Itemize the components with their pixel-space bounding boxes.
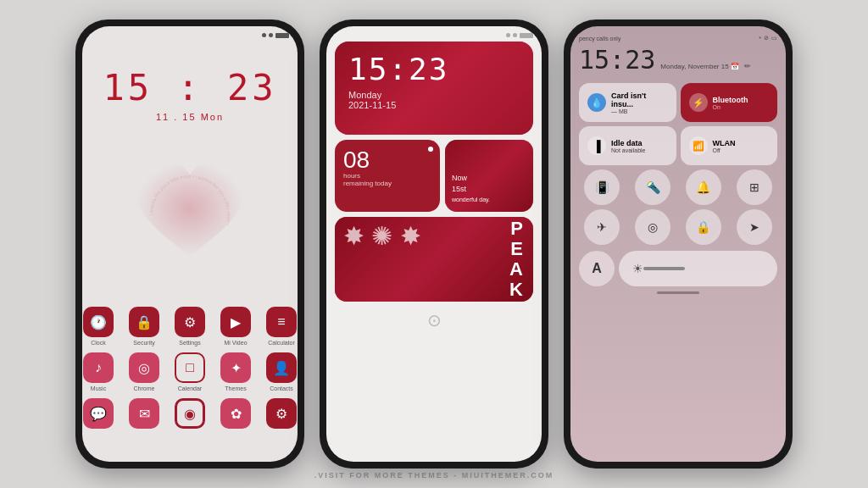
fireworks-widget[interactable]: ✸ ✺ ✸ PEAK — [335, 217, 533, 302]
app-row-2: ♪ Music ◎ Chrome □ Calendar ✦ Themes 👤 — [83, 352, 297, 391]
phone3-status-bar: pency calls only * ⊘ ▭ — [579, 35, 777, 42]
phone-3: pency calls only * ⊘ ▭ 15:23 Monday, Nov… — [564, 19, 793, 469]
location-button[interactable]: ➤ — [737, 209, 772, 245]
app-flower[interactable]: ✿ — [220, 398, 251, 429]
app-calendar[interactable]: □ Calendar — [175, 352, 205, 391]
home-indicator[interactable] — [657, 291, 699, 294]
bluetooth-status-icon: * — [759, 36, 761, 42]
app-label: Calendar — [178, 385, 202, 391]
phone1-screen: 15 : 23 11 . 15 Mon i wanna like you a l… — [82, 26, 298, 462]
water-drop-icon: 💧 — [587, 93, 606, 112]
brightness-track — [643, 267, 685, 270]
app-contacts[interactable]: 👤 Contacts — [266, 352, 297, 391]
calendar-icon: □ — [175, 352, 205, 383]
app-mail[interactable]: ✉ — [129, 398, 159, 429]
now-widget[interactable]: Now 15st wonderful day. — [445, 140, 533, 212]
app-label: Chrome — [134, 385, 155, 391]
music-icon: ♪ — [83, 352, 114, 383]
card-tile[interactable]: 💧 Card isn't insu... — MB — [579, 83, 676, 122]
hours-widget[interactable]: 08 hours remaining today — [335, 140, 440, 212]
phone3-date: Monday, November 15 📅 — [660, 62, 739, 71]
app-label: Themes — [225, 385, 246, 391]
app-label: Contacts — [270, 385, 293, 391]
phone2-screen: 15:23 Monday 2021-11-15 08 hours remaini… — [326, 26, 542, 462]
bluetooth-tile[interactable]: ⚡ Bluetooth On — [681, 83, 778, 122]
contacts-icon: 👤 — [266, 352, 297, 383]
fireworks-decoration: ✸ ✺ ✸ — [343, 221, 421, 251]
chrome-icon: ◎ — [129, 352, 159, 383]
control-row-2: ▐ Idle data Not available 📶 WLAN Off — [579, 126, 777, 165]
app-msg[interactable]: 💬 — [83, 398, 114, 429]
phone3-clock-row: 15:23 Monday, November 15 📅 ✏ — [579, 45, 777, 75]
status-icon — [513, 33, 517, 37]
widget-time: 15:23 — [348, 52, 520, 86]
app-clock[interactable]: 🕐 Clock — [83, 307, 114, 346]
camera-icon: ◉ — [175, 398, 205, 429]
battery-icon — [275, 33, 289, 38]
hours-label: hours remaining today — [343, 172, 431, 187]
widget-middle-row: 08 hours remaining today Now 15st wonder… — [335, 140, 533, 212]
mail-icon: ✉ — [129, 398, 159, 429]
wlan-tile-text: WLAN Off — [713, 139, 736, 153]
wifi-icon: 📶 — [689, 136, 708, 155]
phone3-screen: pency calls only * ⊘ ▭ 15:23 Monday, Nov… — [570, 26, 786, 462]
flower-icon: ✿ — [220, 398, 251, 429]
status-icon — [262, 33, 266, 37]
icon-row-1: 📳 🔦 🔔 ⊞ — [579, 169, 777, 205]
font-size-button[interactable]: A — [579, 251, 615, 286]
phone3-time: 15:23 — [579, 45, 655, 75]
message-icon: 💬 — [83, 398, 114, 429]
wlan-tile[interactable]: 📶 WLAN Off — [681, 126, 778, 165]
signal-icon: ▐ — [587, 136, 606, 155]
app-themes[interactable]: ✦ Themes — [220, 352, 251, 391]
cast-button[interactable]: ⊞ — [737, 169, 772, 205]
app-grid: 🕐 Clock 🔒 Security ⚙ Settings ▶ Mi Video… — [82, 307, 298, 429]
bluetooth-icon: ⚡ — [689, 93, 708, 112]
calendar-icon-small: 📅 — [731, 63, 739, 70]
status-icon — [506, 33, 510, 37]
app-camera[interactable]: ◉ — [175, 398, 205, 429]
heart-widget: i wanna like you a little more • i wanna… — [114, 139, 266, 291]
privacy-button[interactable]: ◎ — [635, 209, 670, 245]
fingerprint-icon[interactable]: ⊙ — [335, 310, 533, 330]
peak-text: PEAK — [509, 219, 523, 301]
card-tile-text: Card isn't insu... — MB — [611, 92, 668, 114]
edit-icon[interactable]: ✏ — [744, 62, 751, 70]
app-label: Clock — [91, 340, 106, 346]
security-icon: 🔒 — [129, 307, 159, 337]
vibrate-button[interactable]: 📳 — [584, 169, 620, 205]
widget-day: Monday — [348, 90, 520, 100]
app-calculator[interactable]: ≡ Calculator — [266, 307, 297, 346]
app-security[interactable]: 🔒 Security — [129, 307, 159, 346]
widgets-container: 15:23 Monday 2021-11-15 08 hours remaini… — [326, 26, 542, 462]
data-tile-text: Idle data Not available — [611, 139, 645, 153]
clock-widget-2[interactable]: 15:23 Monday 2021-11-15 — [335, 42, 533, 135]
battery-icon — [520, 33, 533, 38]
flashlight-button[interactable]: 🔦 — [635, 169, 670, 205]
clock-time: 15 : 23 — [103, 67, 276, 108]
phone-2: 15:23 Monday 2021-11-15 08 hours remaini… — [320, 19, 548, 469]
app-row-3: 💬 ✉ ◉ ✿ ⚙ — [83, 398, 297, 429]
app-mivideo[interactable]: ▶ Mi Video — [220, 307, 251, 346]
app-settings[interactable]: ⚙ Settings — [175, 307, 205, 346]
calc-icon: ≡ — [266, 307, 297, 337]
bell-button[interactable]: 🔔 — [686, 169, 721, 205]
airplane-button[interactable]: ✈ — [584, 209, 620, 245]
video-icon: ▶ — [220, 307, 251, 337]
app-label: Security — [133, 340, 154, 346]
icon-row-2: ✈ ◎ 🔒 ➤ — [579, 209, 777, 245]
app-music[interactable]: ♪ Music — [83, 352, 114, 391]
bluetooth-tile-text: Bluetooth On — [713, 96, 748, 110]
dot-indicator — [428, 147, 433, 152]
app-chrome[interactable]: ◎ Chrome — [129, 352, 159, 391]
app-label: Mi Video — [224, 340, 247, 346]
app-misc[interactable]: ⚙ — [266, 398, 297, 429]
wifi-status-icon: ⊘ — [764, 35, 769, 42]
brightness-slider[interactable]: ☀ — [619, 251, 777, 286]
control-row-1: 💧 Card isn't insu... — MB ⚡ Bluetooth On — [579, 83, 777, 122]
data-tile[interactable]: ▐ Idle data Not available — [579, 126, 676, 165]
app-label: Music — [91, 385, 106, 391]
app-row-1: 🕐 Clock 🔒 Security ⚙ Settings ▶ Mi Video… — [83, 307, 297, 346]
hours-number: 08 — [343, 148, 431, 172]
lock-button[interactable]: 🔒 — [686, 209, 721, 245]
